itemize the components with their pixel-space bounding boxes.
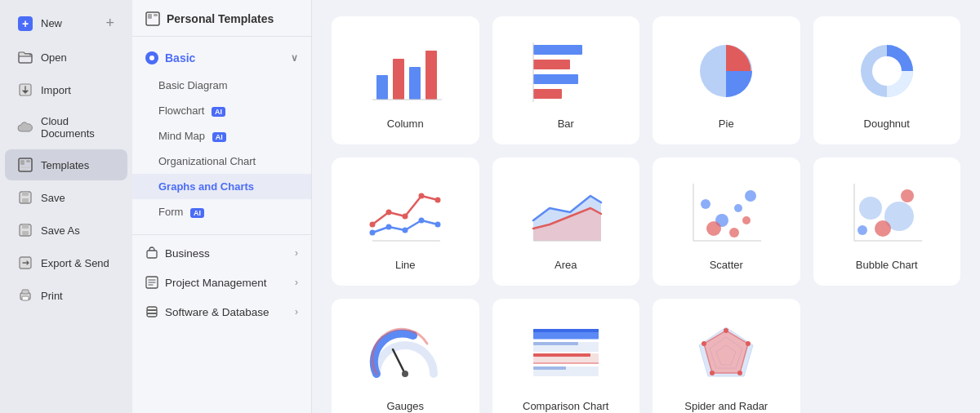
chart-card-line[interactable]: Line <box>332 158 479 286</box>
personal-templates-item[interactable]: Personal Templates <box>132 0 311 37</box>
svg-point-40 <box>386 210 392 215</box>
business-icon <box>145 246 158 260</box>
sidebar: + New + Open Import Cloud Documents Temp… <box>0 0 132 413</box>
svg-point-58 <box>729 228 739 238</box>
sidebar-item-open-label: Open <box>41 51 67 64</box>
svg-point-56 <box>745 190 756 202</box>
basic-chevron: ∨ <box>291 52 298 64</box>
sidebar-item-import[interactable]: Import <box>5 74 127 105</box>
flowchart-label: Flowchart <box>158 104 204 117</box>
mindmap-label: Mind Map <box>158 130 205 142</box>
sidebar-item-print-label: Print <box>41 290 63 302</box>
software-database-icon <box>145 305 158 318</box>
chart-card-gauges[interactable]: Gauges <box>332 299 479 413</box>
nav-section-basic: Basic ∨ Basic Diagram Flowchart AI Mind … <box>132 37 311 231</box>
nav-sub-mindmap[interactable]: Mind Map AI <box>132 123 311 149</box>
main-content: Column Bar <box>312 0 980 413</box>
svg-point-86 <box>746 341 751 346</box>
chart-preview-line <box>364 175 446 249</box>
sidebar-item-templates[interactable]: Templates <box>5 149 127 180</box>
chart-card-column[interactable]: Column <box>332 16 479 144</box>
svg-point-65 <box>875 220 891 237</box>
svg-point-85 <box>724 328 728 333</box>
nav-sub-flowchart[interactable]: Flowchart AI <box>132 98 311 123</box>
sidebar-item-save-label: Save <box>41 192 65 204</box>
chart-grid: Column Bar <box>332 16 960 413</box>
chart-card-doughnut[interactable]: Doughnut <box>813 16 961 144</box>
nav-sub-basic-diagram[interactable]: Basic Diagram <box>132 73 311 98</box>
cloud-icon <box>18 120 33 135</box>
project-management-label: Project Management <box>165 277 267 289</box>
svg-point-44 <box>370 230 376 236</box>
svg-rect-9 <box>22 198 29 202</box>
software-db-chevron: › <box>295 306 298 318</box>
sidebar-item-templates-label: Templates <box>41 159 89 171</box>
chart-card-spider[interactable]: Spider and Radar <box>653 299 800 413</box>
chart-card-area[interactable]: Area <box>492 158 640 286</box>
chart-card-bar[interactable]: Bar <box>492 16 640 144</box>
chart-label-column: Column <box>387 118 424 130</box>
svg-point-87 <box>737 371 742 375</box>
chart-card-bubble[interactable]: Bubble Chart <box>813 158 961 286</box>
svg-point-59 <box>742 216 751 224</box>
nav-top-project-management[interactable]: Project Management › <box>132 268 311 297</box>
sidebar-item-export[interactable]: Export & Send <box>5 247 127 278</box>
chart-card-comparison[interactable]: Comparison Chart <box>492 299 640 413</box>
chart-label-doughnut: Doughnut <box>864 118 910 130</box>
svg-point-20 <box>149 56 154 60</box>
svg-rect-77 <box>533 353 590 357</box>
svg-rect-79 <box>533 366 566 370</box>
sidebar-item-open[interactable]: Open <box>5 42 127 73</box>
basic-label: Basic <box>165 51 195 64</box>
svg-marker-84 <box>704 331 748 373</box>
chart-label-pie: Pie <box>719 118 734 130</box>
sidebar-item-save[interactable]: Save <box>5 182 127 213</box>
chart-preview-gauges <box>364 317 446 390</box>
svg-rect-3 <box>20 160 24 165</box>
add-icon: + <box>105 15 114 32</box>
svg-rect-12 <box>22 231 29 235</box>
chart-preview-area <box>525 175 607 249</box>
nav-top-business[interactable]: Business › <box>132 238 311 268</box>
svg-point-88 <box>710 371 715 375</box>
chart-card-pie[interactable]: Pie <box>653 16 800 144</box>
sidebar-item-print[interactable]: Print <box>5 280 127 311</box>
software-database-label: Software & Database <box>165 306 270 318</box>
nav-sub-form[interactable]: Form AI <box>132 199 311 224</box>
chart-label-bar: Bar <box>558 118 574 130</box>
nav-sub-org-chart[interactable]: Organizational Chart <box>132 149 311 174</box>
svg-rect-74 <box>533 342 578 345</box>
sidebar-item-saveas[interactable]: Save As <box>5 215 127 246</box>
chart-label-bubble: Bubble Chart <box>856 259 918 271</box>
saveas-icon <box>18 223 33 238</box>
chart-card-scatter[interactable]: Scatter <box>653 158 800 286</box>
svg-point-62 <box>859 197 882 220</box>
personal-templates-label: Personal Templates <box>167 12 274 25</box>
form-label: Form <box>158 206 183 218</box>
sidebar-item-cloud[interactable]: Cloud Documents <box>5 107 127 148</box>
project-management-icon <box>145 276 158 289</box>
svg-point-70 <box>402 371 408 377</box>
mindmap-ai-badge: AI <box>212 132 226 142</box>
svg-point-41 <box>403 214 408 220</box>
middle-panel: Personal Templates Basic ∨ Basic Diagram… <box>132 0 312 413</box>
open-icon <box>18 50 33 64</box>
svg-rect-31 <box>533 45 582 55</box>
svg-rect-29 <box>425 51 437 100</box>
svg-point-47 <box>419 218 425 224</box>
sidebar-item-saveas-label: Save As <box>41 224 80 237</box>
basic-icon <box>145 51 158 64</box>
business-chevron: › <box>295 247 298 259</box>
nav-sub-graphs-charts[interactable]: Graphs and Charts <box>132 174 311 199</box>
nav-category-basic[interactable]: Basic ∨ <box>132 43 311 73</box>
chart-preview-scatter <box>685 175 767 249</box>
svg-rect-28 <box>409 67 421 100</box>
sidebar-item-export-label: Export & Send <box>41 257 109 269</box>
nav-top-software-database[interactable]: Software & Database › <box>132 297 311 326</box>
sidebar-item-cloud-label: Cloud Documents <box>41 115 114 140</box>
svg-point-64 <box>901 189 914 202</box>
sidebar-item-new[interactable]: + New + <box>5 7 127 40</box>
sidebar-item-new-label: New <box>41 17 62 29</box>
svg-point-46 <box>403 228 408 233</box>
svg-line-69 <box>393 349 405 374</box>
